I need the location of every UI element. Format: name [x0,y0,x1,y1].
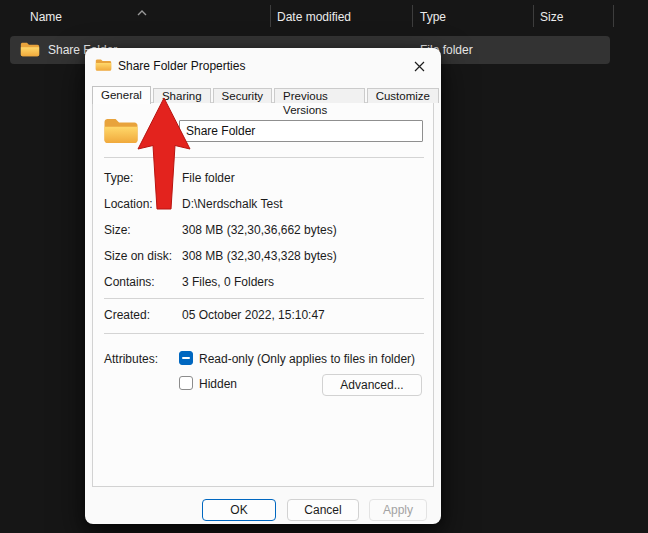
field-row-size: Size: 308 MB (32,30,36,662 bytes) [104,223,426,237]
tab-security[interactable]: Security [213,88,273,103]
sort-ascending-icon [136,3,148,21]
ok-button[interactable]: OK [202,499,276,521]
annotation-arrow-up-icon [137,97,191,211]
column-divider[interactable] [412,5,413,27]
field-label: Created: [104,308,150,322]
tab-customize[interactable]: Customize [367,88,439,103]
separator [104,298,424,299]
field-label: Contains: [104,275,155,289]
field-label: Type: [104,171,133,185]
field-label: Size: [104,223,131,237]
field-value: 3 Files, 0 Folders [182,275,274,289]
folder-icon [95,58,112,75]
advanced-button[interactable]: Advanced... [322,374,422,396]
dialog-title: Share Folder Properties [118,59,245,73]
field-value: 05 October 2022, 15:10:47 [182,308,325,322]
hidden-checkbox[interactable] [179,376,193,390]
field-label: Size on disk: [104,249,172,263]
explorer-window: Name Date modified Type Size Share Folde… [0,0,648,533]
folder-icon-large [103,116,139,149]
separator [104,333,424,334]
field-row-created: Created: 05 October 2022, 15:10:47 [104,308,426,322]
folder-name-input[interactable] [179,120,423,142]
readonly-label: Read-only (Only applies to files in fold… [199,352,415,366]
readonly-checkbox-indeterminate[interactable] [179,351,193,365]
column-header-type[interactable]: Type [420,10,446,24]
close-button[interactable] [404,55,434,78]
field-value: D:\Nerdschalk Test [182,197,282,211]
attributes-label: Attributes: [104,352,158,366]
column-header-name[interactable]: Name [30,10,62,24]
cancel-button[interactable]: Cancel [287,499,359,521]
field-value: 308 MB (32,30,36,662 bytes) [182,223,337,237]
field-row-contains: Contains: 3 Files, 0 Folders [104,275,426,289]
dialog-titlebar[interactable]: Share Folder Properties [85,48,441,85]
field-row-size-on-disk: Size on disk: 308 MB (32,30,43,328 bytes… [104,249,426,263]
column-header-date-modified[interactable]: Date modified [277,10,351,24]
tab-previous-versions[interactable]: Previous Versions [274,88,365,103]
hidden-label: Hidden [199,377,237,391]
apply-button[interactable]: Apply [369,499,427,521]
column-divider[interactable] [533,5,534,27]
close-icon [414,61,425,72]
field-value: 308 MB (32,30,43,328 bytes) [182,249,337,263]
column-divider[interactable] [613,5,614,27]
folder-icon [20,41,40,61]
column-divider[interactable] [270,5,271,27]
column-header-size[interactable]: Size [540,10,563,24]
